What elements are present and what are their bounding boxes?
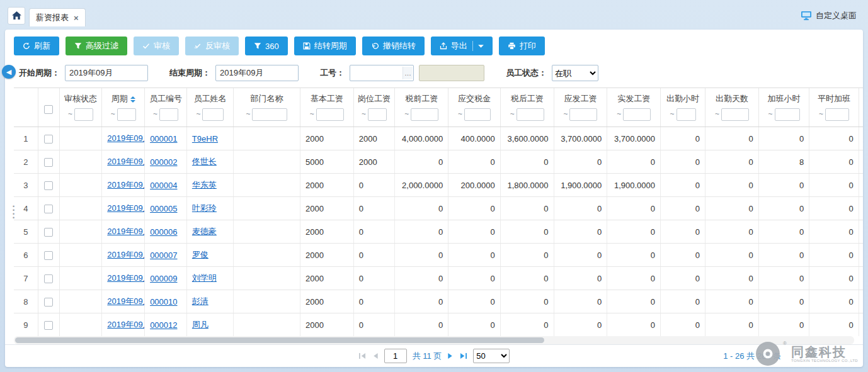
filter-op-dropdown[interactable]: ~ bbox=[404, 110, 409, 118]
filter-op-dropdown[interactable]: ~ bbox=[68, 110, 72, 118]
filter-input-att_hours[interactable] bbox=[677, 108, 696, 121]
emp-status-select[interactable]: 在职 bbox=[552, 65, 598, 81]
filter-input-period[interactable] bbox=[117, 108, 136, 121]
column-header-name[interactable]: 员工姓名 bbox=[186, 88, 233, 106]
filter-input-emp_no[interactable] bbox=[159, 108, 178, 121]
end-period-input[interactable] bbox=[215, 65, 299, 81]
column-header-post[interactable]: 岗位工资 bbox=[353, 88, 395, 106]
column-header-tax[interactable]: 应交税金 bbox=[448, 88, 501, 106]
filter-input-actual[interactable] bbox=[623, 108, 651, 121]
column-header-ot_hours[interactable]: 加班小时 bbox=[758, 88, 809, 106]
period-link[interactable]: 2019年09月 bbox=[107, 133, 144, 143]
row-checkbox[interactable] bbox=[44, 205, 53, 213]
row-checkbox[interactable] bbox=[44, 158, 53, 167]
period-link[interactable]: 2019年09月 bbox=[107, 180, 144, 189]
filter-input-payable[interactable] bbox=[569, 108, 597, 121]
filter-op-dropdown[interactable]: ~ bbox=[715, 110, 719, 118]
table-row[interactable]: 42019年09月000005叶彩玲200000000000000 bbox=[14, 197, 863, 220]
emp-no-lookup-button[interactable]: … bbox=[403, 67, 413, 79]
column-header-sat_ot[interactable]: 周六加班 bbox=[859, 88, 863, 106]
filter-op-dropdown[interactable]: ~ bbox=[153, 110, 157, 118]
filter-input-dept[interactable] bbox=[252, 108, 287, 121]
filter-op-dropdown[interactable]: ~ bbox=[563, 110, 568, 118]
filter-input-audit_status[interactable] bbox=[74, 108, 93, 121]
select-all-checkbox[interactable] bbox=[44, 105, 53, 114]
name-link[interactable]: T9eHR bbox=[192, 134, 218, 144]
filter-input-basic[interactable] bbox=[316, 108, 344, 121]
filter-op-dropdown[interactable]: ~ bbox=[510, 110, 515, 118]
filter-op-dropdown[interactable]: ~ bbox=[768, 110, 773, 118]
period-link[interactable]: 2019年09月 bbox=[107, 320, 144, 329]
emp_no-link[interactable]: 000009 bbox=[150, 274, 177, 283]
filter-input-tax[interactable] bbox=[464, 108, 491, 121]
name-link[interactable]: 佟世长 bbox=[192, 157, 217, 166]
row-checkbox[interactable] bbox=[44, 135, 53, 144]
column-header-dept[interactable]: 部门名称 bbox=[234, 88, 300, 106]
caret-down-icon[interactable] bbox=[478, 44, 484, 48]
table-row[interactable]: 32019年09月000004华东英200002,000.0000200.000… bbox=[14, 174, 863, 197]
last-page-button[interactable] bbox=[459, 352, 467, 359]
emp_no-link[interactable]: 000005 bbox=[150, 204, 177, 213]
name-link[interactable]: 罗俊 bbox=[192, 250, 208, 259]
filter-op-dropdown[interactable]: ~ bbox=[111, 110, 115, 118]
table-row[interactable]: 52019年09月000006麦德豪200000000000000 bbox=[14, 220, 863, 244]
row-checkbox[interactable] bbox=[44, 251, 53, 260]
undo-carryover-button[interactable]: 撤销结转 bbox=[362, 37, 425, 55]
prev-page-button[interactable] bbox=[372, 352, 379, 359]
page-size-select[interactable]: 50 bbox=[473, 349, 510, 363]
home-button[interactable] bbox=[8, 7, 25, 25]
filter-input-pretax[interactable] bbox=[411, 108, 438, 121]
row-checkbox[interactable] bbox=[44, 298, 53, 307]
table-row[interactable]: 62019年09月000007罗俊200000000000000 bbox=[14, 244, 863, 267]
customize-desktop-button[interactable]: 自定义桌面 bbox=[801, 10, 860, 21]
emp_no-link[interactable]: 000004 bbox=[150, 181, 177, 190]
period-link[interactable]: 2019年09月 bbox=[107, 250, 144, 259]
column-header-emp_no[interactable]: 员工编号 bbox=[145, 88, 187, 106]
filter-op-dropdown[interactable]: ~ bbox=[246, 110, 250, 118]
export-button[interactable]: 导出 bbox=[431, 37, 493, 55]
period-link[interactable]: 2019年09月 bbox=[107, 296, 144, 306]
period-link[interactable]: 2019年09月 bbox=[107, 227, 144, 236]
row-checkbox[interactable] bbox=[44, 274, 53, 283]
name-link[interactable]: 华东英 bbox=[192, 180, 217, 189]
filter-input-post[interactable] bbox=[368, 108, 387, 121]
filter-input-name[interactable] bbox=[202, 108, 224, 121]
period-link[interactable]: 2019年09月 bbox=[107, 157, 144, 166]
table-row[interactable]: 92019年09月000012周凡200000000000000 bbox=[14, 313, 863, 337]
filter-op-dropdown[interactable]: ~ bbox=[362, 110, 366, 118]
emp_no-link[interactable]: 000012 bbox=[150, 320, 177, 330]
filter-op-dropdown[interactable]: ~ bbox=[458, 110, 462, 118]
scrollbar-thumb[interactable] bbox=[15, 337, 544, 343]
column-header-audit_status[interactable]: 审核状态 bbox=[59, 88, 102, 106]
column-header-att_hours[interactable]: 出勤小时 bbox=[661, 88, 705, 106]
filter-input-att_days[interactable] bbox=[721, 108, 749, 121]
name-link[interactable]: 周凡 bbox=[192, 320, 208, 329]
sort-icon[interactable] bbox=[130, 96, 135, 103]
table-row[interactable]: 22019年09月000002佟世长500020000000000800 bbox=[14, 150, 863, 174]
filter-op-dropdown[interactable]: ~ bbox=[617, 110, 621, 118]
name-link[interactable]: 叶彩玲 bbox=[192, 203, 217, 213]
column-header-actual[interactable]: 实发工资 bbox=[607, 88, 661, 106]
row-checkbox[interactable] bbox=[44, 228, 53, 237]
start-period-input[interactable] bbox=[65, 65, 148, 81]
advanced-filter-button[interactable]: 高级过滤 bbox=[66, 37, 127, 55]
carryover-period-button[interactable]: 结转周期 bbox=[294, 37, 356, 55]
emp_no-link[interactable]: 000001 bbox=[150, 134, 177, 144]
column-header-pretax[interactable]: 税前工资 bbox=[395, 88, 448, 106]
next-page-button[interactable] bbox=[447, 352, 454, 359]
column-header-period[interactable]: 周期 bbox=[102, 88, 145, 106]
filter-op-dropdown[interactable]: ~ bbox=[819, 110, 823, 118]
row-checkbox[interactable] bbox=[44, 181, 53, 190]
page-number-input[interactable] bbox=[384, 349, 407, 363]
table-row[interactable]: 82019年09月000010彭清200000000000000 bbox=[14, 290, 863, 313]
table-row[interactable]: 72019年09月000009刘学明200000000000000 bbox=[14, 267, 863, 290]
period-link[interactable]: 2019年09月 bbox=[107, 203, 144, 213]
filter-360-button[interactable]: 360 bbox=[245, 37, 288, 55]
tab-close-icon[interactable]: × bbox=[74, 14, 79, 22]
column-header-basic[interactable]: 基本工资 bbox=[300, 88, 353, 106]
drag-handle[interactable]: •••• bbox=[13, 205, 14, 220]
column-header-att_days[interactable]: 出勤天数 bbox=[705, 88, 759, 106]
column-header-weekday_ot[interactable]: 平时加班 bbox=[809, 88, 859, 106]
period-link[interactable]: 2019年09月 bbox=[107, 273, 144, 283]
panel-collapse-button[interactable]: ◀ bbox=[2, 65, 16, 79]
